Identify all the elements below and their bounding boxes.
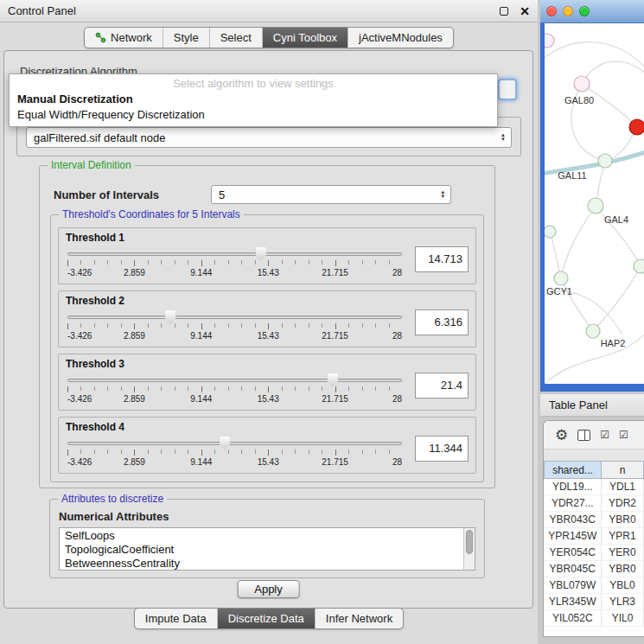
select-none-checkbox-icon[interactable]: ☑ xyxy=(619,430,628,440)
network-node[interactable] xyxy=(629,119,644,135)
threshold-slider[interactable]: -3.4262.8599.14415.4321.71528 xyxy=(66,244,404,282)
table-row[interactable]: YBR043CYBR0 xyxy=(545,512,644,528)
table-panel-title: Table Panel xyxy=(540,394,644,417)
combo-stepper-icon[interactable]: ▲▼ xyxy=(499,133,507,142)
close-traffic-light[interactable] xyxy=(546,6,557,16)
threshold-value-field[interactable]: 14.713 xyxy=(415,246,469,272)
table-data-combobox[interactable]: galFiltered.sif default node ▲▼ xyxy=(26,127,512,148)
algorithm-combobox-fragment[interactable] xyxy=(498,79,517,100)
slider-scale-number: 15.43 xyxy=(258,268,279,277)
table-cell[interactable]: YER0 xyxy=(602,545,644,561)
table-cell[interactable]: YBL079W xyxy=(545,577,602,594)
columns-icon[interactable] xyxy=(577,430,590,441)
tab-style[interactable]: Style xyxy=(163,28,209,48)
table-cell[interactable]: YLR3 xyxy=(602,594,644,610)
slider-track[interactable] xyxy=(67,379,402,382)
slider-thumb[interactable] xyxy=(165,310,176,324)
table-cell[interactable]: YBR045C xyxy=(545,561,602,577)
network-canvas[interactable]: GAL80GAL11GAL4GCY1HAP2 xyxy=(545,23,644,384)
table-cell[interactable]: YPR1 xyxy=(602,528,644,545)
tab-cyni-toolbox[interactable]: Cyni Toolbox xyxy=(262,28,348,48)
tab-network[interactable]: Network xyxy=(85,28,163,48)
combo-stepper-icon[interactable]: ▲▼ xyxy=(438,190,447,199)
thresholds-group: Threshold's Coordinates for 5 Intervals … xyxy=(50,214,484,482)
scrollbar[interactable] xyxy=(463,528,475,570)
column-header-shared-name[interactable]: shared... xyxy=(545,462,602,479)
tab-impute-data[interactable]: Impute Data xyxy=(135,609,217,628)
table-row[interactable]: YIL052CYIL0 xyxy=(545,610,644,627)
slider-track[interactable] xyxy=(67,252,402,256)
network-node[interactable] xyxy=(634,259,644,273)
zoom-traffic-light[interactable] xyxy=(579,6,590,16)
slider-thumb[interactable] xyxy=(219,437,230,450)
tab-select[interactable]: Select xyxy=(209,28,262,48)
table-cell[interactable]: YDL1 xyxy=(602,479,644,495)
threshold-slider[interactable]: -3.4262.8599.14415.4321.71528 xyxy=(66,307,404,345)
threshold-value-field[interactable]: 21.4 xyxy=(415,373,469,399)
slider-track[interactable] xyxy=(67,316,402,319)
table-cell[interactable]: YIL0 xyxy=(602,610,644,627)
dropdown-option-manual-discretization[interactable]: Manual Discretization xyxy=(10,92,497,107)
network-node[interactable] xyxy=(545,226,556,238)
network-node-label: HAP2 xyxy=(601,338,626,348)
apply-button[interactable]: Apply xyxy=(237,580,300,598)
threshold-slider[interactable]: -3.4262.8599.14415.4321.71528 xyxy=(66,433,404,471)
network-node[interactable] xyxy=(598,154,612,168)
table-row[interactable]: YBL079WYBL0 xyxy=(545,577,644,594)
tab-label: jActiveMNodules xyxy=(359,31,443,44)
attribute-list-item[interactable]: TopologicalCoefficient xyxy=(65,543,475,557)
network-node[interactable] xyxy=(588,198,603,214)
network-node[interactable] xyxy=(574,76,590,92)
network-node[interactable] xyxy=(545,34,554,48)
slider-scale: -3.4262.8599.14415.4321.71528 xyxy=(67,394,402,405)
threshold-slider[interactable]: -3.4262.8599.14415.4321.71528 xyxy=(66,370,404,408)
table-cell[interactable]: YIL052C xyxy=(545,610,602,627)
slider-scale-number: 15.43 xyxy=(258,457,279,467)
table-cell[interactable]: YBR0 xyxy=(602,512,644,528)
table-row[interactable]: YDL19...YDL1 xyxy=(545,479,644,495)
network-window-titlebar[interactable] xyxy=(540,0,644,23)
dropdown-option-equal-width[interactable]: Equal Width/Frequency Discretization xyxy=(10,107,497,123)
close-icon[interactable]: ✕ xyxy=(520,5,530,17)
table-cell[interactable]: YBL0 xyxy=(602,577,644,594)
slider-thumb[interactable] xyxy=(255,247,266,261)
number-of-intervals-combobox[interactable]: 5 ▲▼ xyxy=(211,185,451,204)
slider-thumb[interactable] xyxy=(327,373,338,387)
group-title: Interval Definition xyxy=(48,159,135,171)
tab-jactivemodules[interactable]: jActiveMNodules xyxy=(348,28,453,48)
network-node[interactable] xyxy=(554,271,568,285)
table-row[interactable]: YDR27...YDR2 xyxy=(545,495,644,512)
table-row[interactable]: YPR145WYPR1 xyxy=(545,528,644,545)
table-cell[interactable]: YLR345W xyxy=(545,594,602,610)
slider-track[interactable] xyxy=(67,442,402,445)
select-all-checkbox-icon[interactable]: ☑ xyxy=(600,430,609,440)
network-icon xyxy=(95,32,106,43)
table-row[interactable]: YLR345WYLR3 xyxy=(545,594,644,610)
table-cell[interactable]: YBR043C xyxy=(545,512,602,528)
table-cell[interactable]: YDL19... xyxy=(545,479,602,495)
threshold-value-field[interactable]: 11.344 xyxy=(415,436,469,462)
tab-label: Cyni Toolbox xyxy=(273,31,337,44)
attribute-list-item[interactable]: SelfLoops xyxy=(65,529,475,543)
tab-infer-network[interactable]: Infer Network xyxy=(315,609,403,628)
table-row[interactable]: YBR045CYBR0 xyxy=(545,561,644,577)
minimize-traffic-light[interactable] xyxy=(563,6,573,16)
table-cell[interactable]: YER054C xyxy=(545,545,602,561)
table-cell[interactable]: YDR27... xyxy=(545,495,602,512)
slider-scale-number: 9.144 xyxy=(190,331,212,341)
attribute-list-item[interactable]: BetweennessCentrality xyxy=(65,557,475,571)
column-header-name[interactable]: n xyxy=(602,462,644,479)
network-node[interactable] xyxy=(586,324,600,338)
table-cell[interactable]: YDR2 xyxy=(602,495,644,512)
scrollbar-thumb[interactable] xyxy=(466,530,473,554)
slider-scale-number: -3.426 xyxy=(67,268,92,277)
float-window-icon[interactable] xyxy=(500,7,508,16)
gear-icon[interactable]: ⚙ xyxy=(555,428,568,443)
table-cell[interactable]: YPR145W xyxy=(545,528,602,545)
tab-label: Impute Data xyxy=(145,612,207,625)
tab-discretize-data[interactable]: Discretize Data xyxy=(217,609,315,628)
table-row[interactable]: YER054CYER0 xyxy=(545,545,644,561)
slider-scale-number: -3.426 xyxy=(67,331,92,341)
table-cell[interactable]: YBR0 xyxy=(602,561,644,577)
threshold-value-field[interactable]: 6.316 xyxy=(415,309,469,335)
